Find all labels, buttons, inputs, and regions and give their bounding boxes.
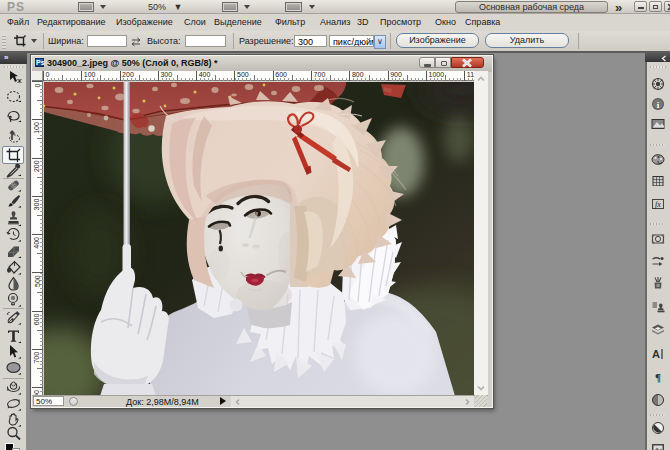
svg-text:0: 0 (34, 84, 41, 88)
svg-text:300: 300 (34, 199, 41, 211)
svg-text:100: 100 (34, 122, 41, 134)
svg-text:700: 700 (34, 352, 41, 364)
svg-text:A: A (652, 348, 660, 360)
svg-text:600: 600 (34, 314, 41, 326)
svg-text:200: 200 (34, 160, 41, 172)
svg-text:500: 500 (34, 275, 41, 287)
svg-text:400: 400 (34, 237, 41, 249)
svg-text:¶: ¶ (655, 371, 661, 383)
svg-text:fx: fx (655, 200, 661, 209)
